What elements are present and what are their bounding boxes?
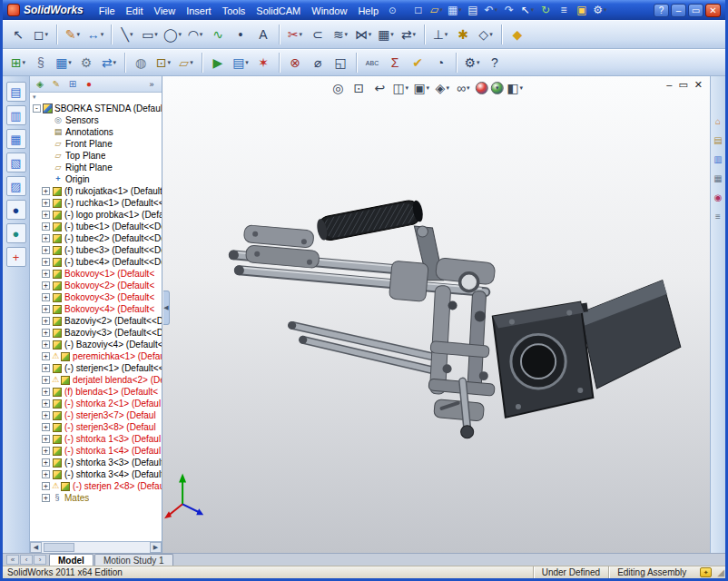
assembly-help[interactable]: ? xyxy=(484,52,506,74)
menu-tools[interactable]: Tools xyxy=(217,4,251,18)
tree-expander[interactable]: + xyxy=(42,329,50,337)
dock-report-icon[interactable]: ▨ xyxy=(6,176,26,196)
rectangle-tool[interactable]: ▭▾ xyxy=(139,24,161,45)
tree-item[interactable]: +Bokovoy<2> (Default< xyxy=(30,280,162,291)
menu-edit[interactable]: Edit xyxy=(121,4,149,18)
repair-sketch[interactable]: ✱ xyxy=(452,24,474,45)
tree-item[interactable]: +(-) shtorka 3<3> (Default< xyxy=(30,457,162,468)
file-explorer-icon[interactable]: ▥ xyxy=(712,153,724,165)
tree-expander[interactable]: - xyxy=(33,104,41,113)
doc-restore-button[interactable]: ▭ xyxy=(678,80,687,90)
tree-expander[interactable]: + xyxy=(42,305,50,313)
scroll-right-button[interactable]: ▶ xyxy=(150,542,162,553)
print-icon[interactable]: ▤ xyxy=(464,2,481,18)
spline-tool[interactable]: ∿ xyxy=(207,24,229,45)
close-button[interactable]: ✕ xyxy=(705,4,721,17)
tree-item[interactable]: ▱Top Plane xyxy=(30,150,162,162)
tree-expander[interactable]: + xyxy=(42,187,50,195)
tree-item[interactable]: +(-) logo probka<1> (Defau xyxy=(30,209,162,221)
tree-expander[interactable]: + xyxy=(42,293,50,301)
graphics-viewport[interactable]: ◎⊡↩◫▾▣▾◈▾∞▾▾◧▾ –▭✕ xyxy=(162,76,710,553)
tree-item[interactable]: +(-) shtorka 1<3> (Defaul xyxy=(30,433,162,445)
dock-sphere-icon[interactable]: ● xyxy=(6,223,26,243)
tree-item[interactable]: +Origin xyxy=(30,173,162,185)
interference-detection[interactable]: ⊗ xyxy=(284,52,306,74)
reference-geometry[interactable]: ▱▾ xyxy=(175,52,197,74)
linear-component-pattern[interactable]: ▦▾ xyxy=(53,52,74,74)
tree-item[interactable]: +(-) tube<2> (Default<<De xyxy=(30,232,162,244)
menu-file[interactable]: File xyxy=(93,4,121,18)
assembly-options[interactable]: ⚙▾ xyxy=(461,52,483,74)
display-style-icon[interactable]: ◈▾ xyxy=(433,79,451,97)
quick-tips-icon[interactable]: ✦ xyxy=(700,567,712,577)
tree-item[interactable]: +(-) tube<1> (Default<<De xyxy=(30,221,162,232)
dock-target-icon[interactable]: + xyxy=(6,247,26,267)
tree-expander[interactable]: + xyxy=(42,281,50,290)
tree-item[interactable]: +⚠peremichka<1> (Defaul xyxy=(30,350,162,362)
exploded-view[interactable]: ✶ xyxy=(252,52,274,74)
tree-expander[interactable]: + xyxy=(42,376,50,384)
performance-evaluation[interactable]: ◔ xyxy=(429,52,451,74)
bill-of-materials[interactable]: ▤▾ xyxy=(230,52,251,74)
menu-window[interactable]: Window xyxy=(306,4,352,18)
tree-expander[interactable]: + xyxy=(42,470,50,478)
dock-globe-icon[interactable]: ● xyxy=(6,200,26,220)
display-manager-tab[interactable]: ● xyxy=(82,78,96,91)
dock-notes-icon[interactable]: ▧ xyxy=(6,153,26,172)
save-icon[interactable]: ▦▾ xyxy=(446,2,463,18)
dock-table-icon[interactable]: ▦ xyxy=(6,129,26,149)
tree-expander[interactable]: + xyxy=(42,258,50,266)
minimize-button[interactable]: – xyxy=(671,4,686,17)
appearance-swatch-icon[interactable]: ▣ xyxy=(573,2,590,18)
insert-components[interactable]: ⊞▾ xyxy=(7,52,29,74)
apply-scene-icon[interactable]: ▾ xyxy=(490,82,503,94)
new-document-icon[interactable]: □ xyxy=(409,2,427,18)
tree-expander[interactable]: + xyxy=(42,447,50,455)
assembly-features[interactable]: ⊡▾ xyxy=(152,52,174,74)
dock-sketch-icon[interactable]: ▥ xyxy=(6,105,26,125)
measure[interactable]: ⌀ xyxy=(307,52,329,74)
undo-icon[interactable]: ↶▾ xyxy=(482,2,499,18)
tab-model[interactable]: Model xyxy=(49,554,93,566)
tree-item[interactable]: +(-) sterjen<1> (Default<< xyxy=(30,362,162,374)
options-icon[interactable]: ⚙▾ xyxy=(591,2,608,18)
tree-horizontal-scrollbar[interactable]: ◀ ▶ xyxy=(30,541,162,553)
tree-item[interactable]: +(-) Bazoviy<4> (Default<< xyxy=(30,339,162,350)
tree-expander[interactable]: + xyxy=(42,246,50,254)
move-component[interactable]: ⇄▾ xyxy=(98,52,120,74)
open-document-icon[interactable]: ▱▾ xyxy=(428,2,445,18)
tree-item[interactable]: +Bazoviy<2> (Default<<Def xyxy=(30,315,162,327)
panel-collapse-arrow[interactable]: ◀ xyxy=(163,304,168,311)
tree-item[interactable]: +Bazoviy<3> (Default<<Def xyxy=(30,327,162,339)
smart-dimension[interactable]: ↔▾ xyxy=(84,24,106,45)
edit-appearance-icon[interactable] xyxy=(475,82,487,94)
circle-tool[interactable]: ◯▾ xyxy=(162,24,183,45)
tree-item[interactable]: +Bokovoy<4> (Default< xyxy=(30,303,162,315)
tree-item[interactable]: ▱Right Plane xyxy=(30,162,162,173)
custom-properties-icon[interactable]: ≡ xyxy=(712,210,724,222)
move-entities[interactable]: ⇄▾ xyxy=(398,24,419,45)
hide-show-items-icon[interactable]: ∞▾ xyxy=(454,79,472,97)
tree-expander[interactable]: + xyxy=(42,317,50,325)
tree-item[interactable]: ▤Annotations xyxy=(30,126,162,138)
quick-snaps[interactable]: ◇▾ xyxy=(475,24,497,45)
zoom-area-icon[interactable]: ⊡ xyxy=(349,79,368,97)
equations[interactable]: Σ xyxy=(384,52,406,74)
tree-item[interactable]: +(-) ruchka<1> (Default<<D xyxy=(30,197,162,209)
line-tool[interactable]: ╲▾ xyxy=(116,24,138,45)
tree-expander[interactable]: + xyxy=(42,340,50,349)
tree-expander[interactable]: + xyxy=(42,435,50,443)
tree-expander[interactable]: + xyxy=(42,423,50,431)
menu-view[interactable]: View xyxy=(149,4,182,18)
view-palette-icon[interactable]: ▦ xyxy=(712,172,724,184)
tree-expander[interactable]: + xyxy=(42,388,50,396)
instant2d[interactable]: ◆ xyxy=(507,24,528,45)
tree-expander[interactable]: + xyxy=(42,399,50,408)
tree-item[interactable]: +(-) sterjen3<7> (Defaul xyxy=(30,409,162,421)
spell-checker[interactable]: ABC xyxy=(361,52,383,74)
help-button[interactable]: ? xyxy=(654,4,669,17)
show-hidden-components[interactable]: ◍ xyxy=(130,52,152,74)
tree-item[interactable]: ◎Sensors xyxy=(30,114,162,126)
tree-item[interactable]: +(-) shtorka 1<4> (Defaul xyxy=(30,445,162,457)
linear-sketch-pattern[interactable]: ▦▾ xyxy=(375,24,397,45)
